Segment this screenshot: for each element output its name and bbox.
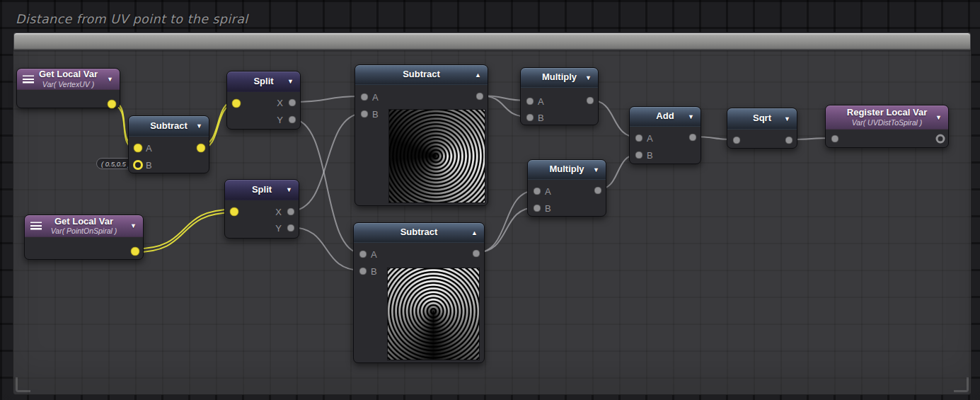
node-getvar-vertexuv[interactable]: Get Local VarVar( VertexUV )▼ [16,68,120,108]
node-header[interactable]: Subtract▲ [354,223,484,243]
node-add[interactable]: Add▼AB [629,106,701,164]
wire-getvar-pointonspiral-to-split2 [134,212,234,252]
node-header[interactable]: Multiply▼ [528,160,606,180]
node-title: Get Local Var [34,69,103,80]
output-pin-x[interactable] [289,99,296,107]
pin-label: A [371,249,377,260]
node-title: Subtract [146,121,192,132]
wire-split2-to-subtract-big2 [290,227,362,270]
node-title: Subtract [371,227,467,238]
wire-layer [0,0,980,400]
output-pin[interactable] [587,97,594,105]
node-canvas[interactable]: Distance from UV point to the spiral Get… [0,0,980,400]
node-header[interactable]: Get Local VarVar( VertexUV )▼ [17,69,120,90]
wire-split1-to-subtract-big1 [292,96,364,102]
node-register-uvdist[interactable]: Register Local VarVar( UVDistToSpiral )▼ [825,105,949,148]
node-header[interactable]: Sqrt▼ [727,108,797,130]
menu-icon[interactable] [23,75,34,83]
node-title: Get Local Var [42,217,126,227]
pin-label: A [372,92,379,103]
node-multiply1[interactable]: Multiply▼AB [520,67,599,125]
node-subtract-const[interactable]: Subtract▼AB [128,115,209,173]
output-pin[interactable] [197,144,206,153]
output-pin-x[interactable] [287,208,295,216]
output-pin[interactable] [785,137,793,144]
chevron-down-icon[interactable]: ▼ [196,122,202,130]
node-header[interactable]: Get Local VarVar( PointOnSpiral )▼ [25,215,143,237]
input-pin-b[interactable] [361,110,369,118]
chevron-down-icon[interactable]: ▼ [585,74,592,81]
input-pin-a[interactable] [534,188,541,195]
output-pin[interactable] [689,134,697,142]
node-title: Add [647,111,684,122]
input-pin[interactable] [232,99,241,108]
output-pin-y[interactable] [289,116,296,124]
node-title: Split [242,185,282,195]
node-split2[interactable]: Split▼XY [224,179,299,239]
node-header[interactable]: Add▼ [630,107,701,127]
output-pin[interactable] [473,250,480,258]
chevron-up-icon[interactable]: ▲ [471,229,478,236]
wire-split2-to-subtract-big1 [290,113,364,211]
input-pin-b[interactable] [359,268,367,275]
input-pin-a[interactable] [635,135,643,142]
node-subtitle: Var( UVDistToSpiral ) [843,118,931,127]
output-pin-y[interactable] [287,224,295,232]
chevron-down-icon[interactable]: ▼ [286,186,292,193]
input-pin[interactable] [831,135,839,143]
input-pin-b[interactable] [133,160,143,170]
input-pin-a[interactable] [359,251,367,258]
node-subtitle: Var( VertexUV ) [34,80,103,88]
preview-image [388,109,485,203]
chevron-down-icon[interactable]: ▼ [593,166,599,173]
input-pin[interactable] [733,137,741,144]
comment-title[interactable]: Distance from UV point to the spiral [16,12,248,26]
node-title: Subtract [372,69,471,80]
node-split1[interactable]: Split▼XY [226,71,301,130]
node-getvar-pointonspiral[interactable]: Get Local VarVar( PointOnSpiral )▼ [24,215,144,260]
node-header[interactable]: Split▼ [225,180,299,200]
output-pin[interactable] [108,100,117,109]
chevron-up-icon[interactable]: ▲ [475,72,481,79]
node-header[interactable]: Subtract▲ [355,65,488,85]
output-pin[interactable] [936,135,945,144]
node-subtract-big2[interactable]: Subtract▲AB [353,222,485,363]
input-pin-a[interactable] [526,98,534,105]
node-header[interactable]: Register Local VarVar( UVDistToSpiral )▼ [826,105,948,130]
node-multiply2[interactable]: Multiply▼AB [527,159,606,217]
pin-label: X [277,98,283,108]
wire-getvar-pointonspiral-to-split2 [134,210,234,249]
chevron-down-icon[interactable]: ▼ [287,78,294,85]
output-pin[interactable] [476,93,484,101]
input-pin-a[interactable] [361,93,369,101]
input-pin[interactable] [230,207,239,217]
input-pin-b[interactable] [534,205,541,212]
node-header[interactable]: Multiply▼ [521,68,598,88]
node-title: Multiply [538,72,581,83]
chevron-down-icon[interactable]: ▼ [784,115,790,122]
node-subtract-big1[interactable]: Subtract▲AB [354,64,488,206]
node-header[interactable]: Subtract▼ [129,116,209,137]
output-pin[interactable] [131,247,140,256]
output-pin[interactable] [594,187,602,195]
node-title: Split [244,76,283,87]
input-pin-b[interactable] [635,152,643,159]
chevron-down-icon[interactable]: ▼ [107,76,113,83]
wire-split1-to-subtract-big2 [292,119,362,253]
pin-label: A [545,186,551,197]
pin-label: B [146,160,152,171]
pin-label: X [275,207,282,217]
preview-image [387,268,480,360]
node-title: Register Local Var [843,108,931,118]
chevron-down-icon[interactable]: ▼ [130,222,137,229]
pin-label: B [538,113,544,123]
node-header[interactable]: Split▼ [227,72,300,92]
chevron-down-icon[interactable]: ▼ [935,114,942,121]
menu-icon[interactable] [30,222,42,230]
node-subtitle: Var( PointOnSpiral ) [42,227,126,235]
pin-label: A [538,96,544,107]
input-pin-b[interactable] [526,114,534,122]
node-sqrt[interactable]: Sqrt▼ [727,108,797,149]
chevron-down-icon[interactable]: ▼ [688,113,694,120]
input-pin-a[interactable] [134,144,143,153]
